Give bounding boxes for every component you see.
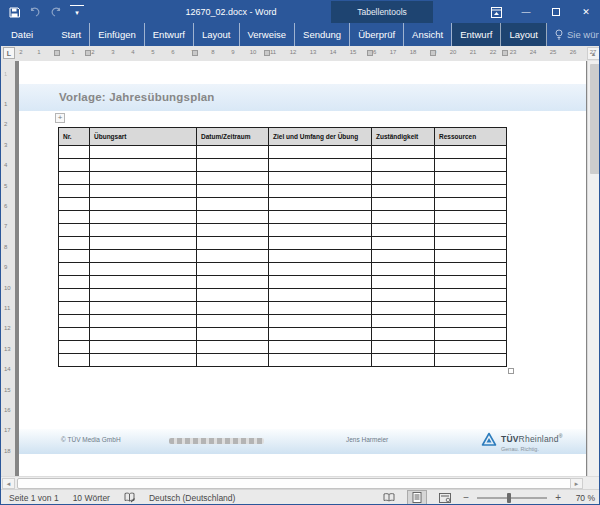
table-cell[interactable] (197, 315, 269, 328)
vertical-scrollbar[interactable] (587, 61, 600, 476)
table-cell[interactable] (372, 328, 435, 341)
table-cell[interactable] (197, 289, 269, 302)
table-cell[interactable] (59, 341, 90, 354)
ruler-column-marker[interactable] (430, 50, 436, 56)
redo-icon[interactable] (49, 5, 63, 19)
table-cell[interactable] (59, 289, 90, 302)
table-cell[interactable] (372, 185, 435, 198)
table-cell[interactable] (269, 341, 372, 354)
table-cell[interactable] (269, 315, 372, 328)
horizontal-ruler[interactable]: L ▲ 211234567891011121314151617181920212… (1, 46, 600, 61)
table-cell[interactable] (59, 328, 90, 341)
table-cell[interactable] (59, 250, 90, 263)
table-cell[interactable] (269, 159, 372, 172)
table-cell[interactable] (90, 302, 197, 315)
table-cell[interactable] (197, 354, 269, 367)
minimize-button[interactable]: — (511, 1, 541, 23)
table-cell[interactable] (90, 328, 197, 341)
table-cell[interactable] (59, 185, 90, 198)
table-cell[interactable] (90, 172, 197, 185)
table-resize-handle[interactable] (508, 368, 514, 374)
table-header-cell[interactable]: Ressourcen (435, 128, 507, 146)
zoom-percentage[interactable]: 70 % (569, 493, 595, 503)
vertical-ruler[interactable]: 1123456789101112131415161718 (1, 61, 15, 476)
table-cell[interactable] (59, 263, 90, 276)
table-cell[interactable] (59, 172, 90, 185)
table-cell[interactable] (372, 302, 435, 315)
document-page[interactable]: Vorlage: Jahresübungsplan + Nr.Übungsart… (19, 61, 586, 476)
table-cell[interactable] (90, 276, 197, 289)
table-cell[interactable] (197, 146, 269, 159)
table-cell[interactable] (90, 341, 197, 354)
table-cell[interactable] (269, 250, 372, 263)
vertical-scrollbar-thumb[interactable] (590, 64, 600, 174)
table-cell[interactable] (197, 224, 269, 237)
table-cell[interactable] (59, 146, 90, 159)
zoom-slider-thumb[interactable] (507, 493, 511, 503)
ribbon-tab-einfügen[interactable]: Einfügen (90, 23, 145, 46)
table-cell[interactable] (372, 354, 435, 367)
table-cell[interactable] (435, 146, 507, 159)
table-cell[interactable] (372, 159, 435, 172)
table-move-handle[interactable]: + (55, 113, 65, 123)
table-cell[interactable] (90, 185, 197, 198)
tab-selector-button[interactable]: L (3, 47, 15, 59)
table-cell[interactable] (269, 146, 372, 159)
ruler-column-marker[interactable] (502, 50, 508, 56)
table-cell[interactable] (372, 224, 435, 237)
horizontal-scrollbar[interactable]: ◄ ► (1, 476, 600, 489)
table-cell[interactable] (372, 263, 435, 276)
table-cell[interactable] (90, 250, 197, 263)
table-cell[interactable] (197, 185, 269, 198)
table-cell[interactable] (372, 250, 435, 263)
ribbon-tab-ansicht[interactable]: Ansicht (404, 23, 452, 46)
table-cell[interactable] (269, 289, 372, 302)
ribbon-tab-überprüf[interactable]: Überprüf (350, 23, 404, 46)
jahresuebungsplan-table[interactable]: Nr.ÜbungsartDatum/ZeitraumZiel und Umfan… (58, 127, 507, 367)
scroll-left-icon[interactable]: ◄ (2, 478, 15, 489)
table-cell[interactable] (435, 198, 507, 211)
table-cell[interactable] (59, 237, 90, 250)
maximize-button[interactable] (541, 1, 571, 23)
contextual-tab-layout[interactable]: Layout (501, 23, 547, 46)
table-cell[interactable] (269, 198, 372, 211)
table-cell[interactable] (372, 172, 435, 185)
table-cell[interactable] (269, 237, 372, 250)
zoom-slider[interactable] (477, 497, 547, 499)
table-header-cell[interactable]: Ziel und Umfang der Übung (269, 128, 372, 146)
scroll-right-icon[interactable]: ► (570, 478, 583, 489)
page-count[interactable]: Seite 1 von 1 (9, 493, 59, 503)
table-cell[interactable] (269, 211, 372, 224)
table-cell[interactable] (197, 302, 269, 315)
contextual-tab-entwurf[interactable]: Entwurf (452, 23, 501, 46)
ruler-column-marker[interactable] (192, 50, 198, 56)
page-title[interactable]: Vorlage: Jahresübungsplan (59, 91, 215, 103)
ruler-column-marker[interactable] (264, 50, 270, 56)
table-cell[interactable] (197, 198, 269, 211)
table-cell[interactable] (197, 328, 269, 341)
table-cell[interactable] (372, 146, 435, 159)
table-header-cell[interactable]: Datum/Zeitraum (197, 128, 269, 146)
table-cell[interactable] (59, 198, 90, 211)
table-cell[interactable] (435, 328, 507, 341)
table-cell[interactable] (269, 172, 372, 185)
ribbon-display-options-icon[interactable] (481, 1, 511, 23)
table-cell[interactable] (435, 250, 507, 263)
table-cell[interactable] (372, 276, 435, 289)
table-cell[interactable] (435, 263, 507, 276)
ruler-column-marker[interactable] (367, 50, 373, 56)
proofing-icon[interactable] (124, 492, 135, 503)
table-cell[interactable] (59, 276, 90, 289)
table-cell[interactable] (435, 276, 507, 289)
customize-qat-icon[interactable]: ▾ (70, 5, 84, 19)
ribbon-tab-entwurf[interactable]: Entwurf (145, 23, 194, 46)
table-cell[interactable] (372, 198, 435, 211)
table-cell[interactable] (59, 211, 90, 224)
table-cell[interactable] (90, 198, 197, 211)
table-cell[interactable] (59, 159, 90, 172)
table-cell[interactable] (372, 237, 435, 250)
table-cell[interactable] (59, 354, 90, 367)
web-layout-icon[interactable] (435, 490, 455, 505)
table-cell[interactable] (90, 289, 197, 302)
table-cell[interactable] (197, 276, 269, 289)
